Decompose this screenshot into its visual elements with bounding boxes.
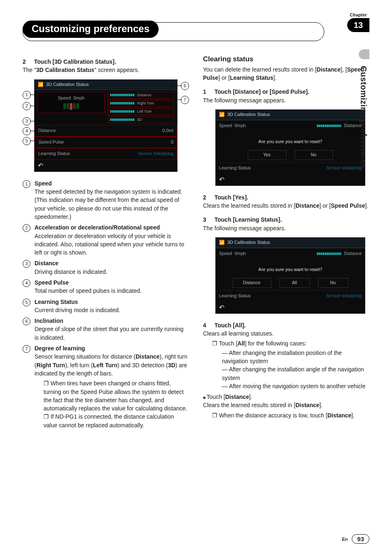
legend-circle: 7 [23,345,30,353]
legend-body: Current driving mode is indicated. [35,306,120,314]
legend-item-1: 1SpeedThe speed detected by the navigati… [23,179,189,221]
fig1-row-distance[interactable]: Distance0.0mi [35,125,177,137]
legend-circle: 3 [23,260,30,268]
legend-item-6: 6InclinationDegree of slope of the stree… [23,317,189,342]
legend-body: Degree of slope of the street that you a… [35,325,189,342]
callout-4: 4 [23,127,31,135]
legend-body: Sensor learning situations for distance … [35,352,189,378]
legend-circle: 6 [23,317,30,325]
right-step-4: 4 Touch [All]. [203,321,369,329]
right-step-2: 2 Touch [Yes]. [203,193,369,202]
back-icon[interactable]: ↶ [216,301,365,313]
right-step-1-body: The following message appears. [203,96,369,104]
footer-page: 93 [352,534,369,544]
legend-body: The speed detected by the navigation sys… [35,188,189,221]
legend-title: Inclination [35,317,189,325]
legend-title: Speed Pulse [35,278,142,287]
legend-item-5: 5Learning StatusCurrent driving mode is … [23,298,189,315]
figure-1: 📶3D Calibration Status Speed 0mph [34,79,178,172]
fig2-no-button[interactable]: No [295,150,333,160]
callout-1: 1 [23,91,31,99]
legend-circle: 1 [23,180,30,188]
legend-circle: 4 [23,279,30,287]
fig2-yes-button[interactable]: Yes [248,150,286,160]
right-step-4-line: Clears all learning statuses. [203,329,369,338]
figure-2: 📶3D Calibration Status Speed 0mph Distan… [215,109,365,186]
clearing-intro: You can delete the learned results store… [203,65,369,82]
fig1-row-speed-pulse[interactable]: Speed Pulse0 [35,137,177,148]
back-icon[interactable]: ↶ [35,160,177,171]
antenna-icon: 📶 [219,111,225,118]
callout-2: 2 [23,102,31,110]
left-column: 2 Touch [3D Calibration Status]. The "3D… [23,54,189,429]
legend-title: Speed [35,179,189,188]
callout-6: 6 [181,82,189,90]
legend-body: Total number of speed pulses is indicate… [35,287,142,295]
footer: En 93 [342,534,369,544]
content-columns: 2 Touch [3D Calibration Status]. The "3D… [23,54,369,429]
legend-title: Acceleration or deceleration/Rotational … [35,223,189,232]
legend-body: Driving distance is indicated. [35,268,107,276]
callout-7: 7 [181,96,189,104]
fig3-dialog: Are you sure you want to reset? [216,259,365,277]
figure-1-wrap: 1 2 3 4 5 6 7 📶3D Calibration Status [23,79,189,172]
legend-item-3: 3DistanceDriving distance is indicated. [23,259,189,276]
antenna-icon: 📶 [38,81,44,88]
right-step-3-body: The following message appears. [203,224,369,232]
fig3-distance-button[interactable]: Distance [233,278,271,288]
fig1-speed-gauge: Speed 0mph [38,92,105,113]
legend-item-7: 7Degree of learningSensor learning situa… [23,344,189,429]
title-row: Customizing preferences [23,12,369,38]
page: Chapter 13 Customizing preferences Custo… [0,0,392,556]
side-tab-accent [359,49,369,59]
figure-3: 📶3D Calibration Status Speed 0mph Distan… [215,237,365,314]
touch-distance-heading: Touch [Distance]. [203,393,369,401]
fig2-dialog: Are you sure you want to reset? [216,131,365,149]
legend-title: Distance [35,259,107,267]
right-step-2-body: Clears the learned results stored in [Di… [203,202,369,210]
right-step-1: 1 Touch [Distance] or [Speed Pulse]. [203,88,369,96]
legend-title: Degree of learning [35,344,189,352]
legend-circle: 5 [23,299,30,306]
touch-distance-note: When the distance accuracy is low, touch… [212,411,369,419]
left-step-2: 2 Touch [3D Calibration Status]. [23,58,189,66]
fig1-learning-bars: Distance Right Turn Left Turn 3D [108,92,174,123]
side-tab-title: Customizing preferences [359,66,368,169]
heading-clearing-status: Clearing status [203,54,369,65]
legend-list: 1SpeedThe speed detected by the navigati… [23,179,189,429]
legend-title: Learning Status [35,298,120,306]
right-step-3: 3 Touch [Learning Status]. [203,215,369,224]
back-icon[interactable]: ↶ [216,174,365,185]
legend-body: Acceleration or deceleration velocity of… [35,232,189,257]
antenna-icon: 📶 [219,239,225,246]
footer-lang: En [342,537,348,542]
left-step-2-body: The "3D Calibration Status" screen appea… [23,66,189,74]
callout-3: 3 [23,117,31,125]
legend-item-2: 2Acceleration or deceleration/Rotational… [23,223,189,257]
page-title: Customizing preferences [23,21,159,38]
legend-circle: 2 [23,224,30,232]
fig1-row-learning-status[interactable]: Learning StatusSensor Initializing [35,148,177,160]
right-step-4-note: Touch [All] for the following cases: Aft… [212,339,369,390]
legend-notes: When tires have been changed or chains f… [44,379,189,429]
legend-item-4: 4Speed PulseTotal number of speed pulses… [23,278,189,295]
right-column: Clearing status You can delete the learn… [203,54,369,429]
fig3-no-button[interactable]: No [318,278,348,288]
touch-distance-body: Clears the learned results stored in [Di… [203,401,369,409]
fig3-all-button[interactable]: All [279,278,310,288]
callout-5: 5 [23,137,31,145]
